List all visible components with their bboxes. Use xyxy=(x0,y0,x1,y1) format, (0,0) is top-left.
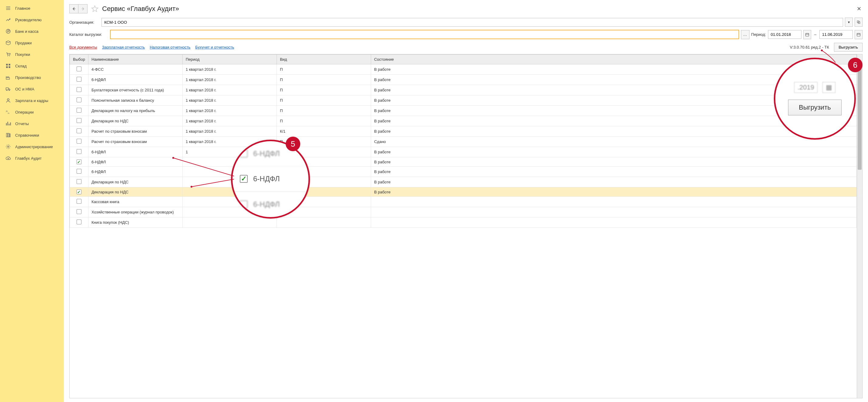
org-input[interactable] xyxy=(101,18,843,27)
svg-text:Кт: Кт xyxy=(8,112,10,114)
sidebar-item-7[interactable]: ОС и НМА xyxy=(0,83,64,95)
th-select[interactable]: Выбор xyxy=(70,55,88,64)
sidebar-item-label: Отчеты xyxy=(15,122,29,126)
row-checkbox[interactable] xyxy=(76,128,82,133)
sidebar-item-1[interactable]: Руководителю xyxy=(0,14,64,26)
cell-period xyxy=(182,217,277,228)
box-icon xyxy=(5,40,11,45)
table-row[interactable]: Расчет по страховым взносам 1 квартал 20… xyxy=(70,126,857,137)
svg-rect-12 xyxy=(6,133,8,137)
filter-all[interactable]: Все документы xyxy=(69,45,97,49)
row-checkbox[interactable] xyxy=(76,209,82,214)
row-checkbox[interactable] xyxy=(76,169,82,174)
table-row[interactable]: Книга покупок (НДС) xyxy=(70,217,857,228)
table-row[interactable]: 6-НДФЛ 1 квартал 2018 г. П В работе xyxy=(70,75,857,85)
catalog-input[interactable] xyxy=(110,30,739,39)
org-open-button[interactable] xyxy=(855,18,863,27)
sidebar-item-8[interactable]: Зарплата и кадры xyxy=(0,95,64,106)
period-to-input[interactable] xyxy=(819,30,853,39)
sidebar-item-13[interactable]: Главбух Аудит xyxy=(0,153,64,164)
dtkt-icon: ДтКт xyxy=(5,109,11,115)
row-checkbox[interactable] xyxy=(76,220,82,224)
filter-zp[interactable]: Зарплатная отчетность xyxy=(102,45,145,49)
cell-name: Книга покупок (НДС) xyxy=(88,217,182,228)
sidebar-item-6[interactable]: Производство xyxy=(0,72,64,83)
org-dropdown-button[interactable]: ▾ xyxy=(845,18,853,27)
sidebar-item-11[interactable]: Справочники xyxy=(0,129,64,141)
table-row[interactable]: Кассовая книга xyxy=(70,197,857,207)
cell-vid: К/1 xyxy=(277,126,371,137)
table-row[interactable]: Пояснительная записка к балансу 1 кварта… xyxy=(70,95,857,106)
cell-state: В работе xyxy=(371,126,857,137)
th-period[interactable]: Период xyxy=(182,55,277,64)
scrollbar-vertical[interactable] xyxy=(857,54,862,398)
cell-name: 6-НДФЛ xyxy=(88,157,182,167)
row-checkbox[interactable] xyxy=(76,149,82,154)
th-vid[interactable]: Вид xyxy=(277,55,371,64)
favorite-star-icon[interactable] xyxy=(91,5,99,13)
row-checkbox[interactable] xyxy=(76,118,82,123)
table-row[interactable]: Декларация по НДС П В работе xyxy=(70,177,857,187)
sidebar-item-label: Покупки xyxy=(15,52,30,57)
period-to-calendar-icon[interactable] xyxy=(855,30,863,39)
row-checkbox[interactable] xyxy=(76,190,82,194)
cell-vid xyxy=(277,217,371,228)
sidebar-item-4[interactable]: Покупки xyxy=(0,48,64,60)
row-checkbox[interactable] xyxy=(76,179,82,184)
table-row[interactable]: 4-ФСС 1 квартал 2018 г. П В работе xyxy=(70,64,857,75)
period-from-input[interactable] xyxy=(768,30,801,39)
sidebar-item-2[interactable]: Банк и касса xyxy=(0,26,64,37)
nav-back-button[interactable] xyxy=(69,4,79,13)
row-checkbox[interactable] xyxy=(76,199,82,204)
svg-point-8 xyxy=(9,90,10,91)
table-row[interactable]: Хозяйственные операции (журнал проводок) xyxy=(70,207,857,217)
close-button[interactable]: ✕ xyxy=(855,5,863,12)
table-wrap: Выбор Наименование Период Вид Состояние … xyxy=(69,54,863,398)
filter-bux[interactable]: Бухучет и отчетность xyxy=(195,45,234,49)
period-from-calendar-icon[interactable] xyxy=(803,30,811,39)
table-row[interactable]: Декларация по налогу на прибыль 1 кварта… xyxy=(70,106,857,116)
table-row[interactable]: 6-НДФЛ К/2 В работе xyxy=(70,157,857,167)
row-checkbox[interactable] xyxy=(76,139,82,144)
cell-period: 1 квартал 2018 г. xyxy=(182,106,277,116)
annotation-badge-6: 6 xyxy=(848,58,863,72)
table-row[interactable]: Бухгалтерская отчетность (с 2011 года) 1… xyxy=(70,85,857,95)
table-row[interactable]: Декларация по НДС П В работе xyxy=(70,187,857,197)
period-dash: – xyxy=(814,32,816,37)
cell-state xyxy=(371,207,857,217)
grid-icon xyxy=(5,63,11,69)
scrollbar-thumb[interactable] xyxy=(858,63,862,170)
table-row[interactable]: 6-НДФЛ 1 К/1 В работе xyxy=(70,147,857,157)
row-checkbox[interactable] xyxy=(76,159,82,164)
books-icon xyxy=(5,132,11,138)
table-row[interactable]: Декларация по НДС 1 квартал 2018 г. П В … xyxy=(70,116,857,126)
th-state[interactable]: Состояние xyxy=(371,55,857,64)
cell-state: В работе xyxy=(371,177,857,187)
row-checkbox[interactable] xyxy=(76,66,82,71)
annotation-arrow-6 xyxy=(822,44,846,69)
table-row[interactable]: Расчет по страховым взносам 1 квартал 20… xyxy=(70,137,857,147)
cart-icon xyxy=(5,52,11,57)
sidebar-item-12[interactable]: Администрирование xyxy=(0,141,64,153)
sidebar-item-10[interactable]: Отчеты xyxy=(0,118,64,129)
cell-name: Расчет по страховым взносам xyxy=(88,137,182,147)
sidebar-item-3[interactable]: Продажи xyxy=(0,37,64,48)
row-checkbox[interactable] xyxy=(76,97,82,102)
cell-name: Декларация по НДС xyxy=(88,187,182,197)
svg-point-9 xyxy=(7,99,9,100)
sidebar-item-label: Руководителю xyxy=(15,18,42,22)
sidebar-item-9[interactable]: ДтКтОперации xyxy=(0,106,64,118)
table-row[interactable]: 6-НДФЛ П В работе xyxy=(70,167,857,177)
row-checkbox[interactable] xyxy=(76,108,82,113)
sidebar-item-0[interactable]: Главное xyxy=(0,2,64,14)
nav-forward-button[interactable] xyxy=(79,4,88,13)
row-checkbox[interactable] xyxy=(76,87,82,92)
factory-icon xyxy=(5,75,11,80)
th-name[interactable]: Наименование xyxy=(88,55,182,64)
catalog-browse-button[interactable]: … xyxy=(741,30,749,39)
row-checkbox[interactable] xyxy=(76,77,82,82)
annotation-zoom-5: 6-НДФЛ 6-НДФЛ 6-НДФЛ xyxy=(231,140,310,219)
filter-nal[interactable]: Налоговая отчетность xyxy=(150,45,191,49)
cell-name: Бухгалтерская отчетность (с 2011 года) xyxy=(88,85,182,95)
sidebar-item-5[interactable]: Склад xyxy=(0,60,64,72)
